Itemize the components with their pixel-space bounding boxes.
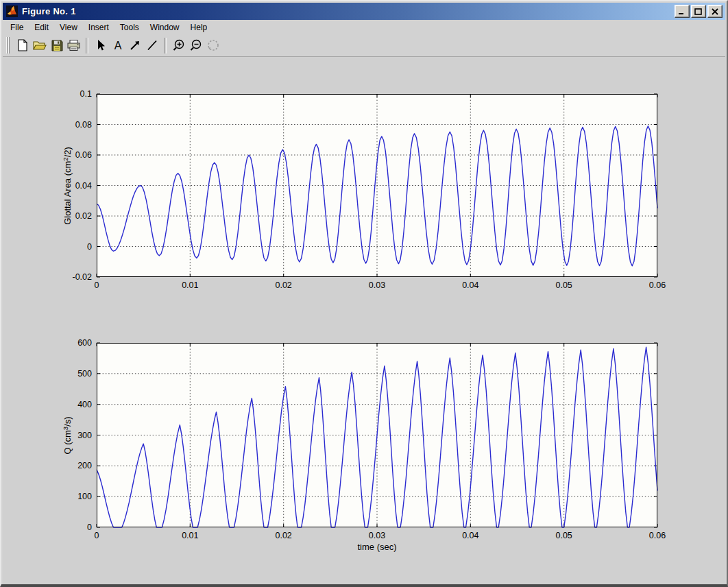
menu-edit[interactable]: Edit xyxy=(29,21,54,34)
x-tick-label: 0.03 xyxy=(369,531,385,540)
open-file-button[interactable] xyxy=(31,37,48,54)
toolbar-gripper[interactable] xyxy=(6,37,10,53)
text-annotation-icon: A xyxy=(112,38,124,52)
svg-text:A: A xyxy=(114,40,121,51)
pointer-icon xyxy=(95,38,107,52)
x-tick-label: 0.02 xyxy=(275,531,291,540)
toolbar: A xyxy=(3,34,725,57)
y-tick-label: 100 xyxy=(77,492,92,501)
y-tick-label: -0.02 xyxy=(73,272,93,282)
pointer-button[interactable] xyxy=(92,37,109,54)
x-tick-label: 0.01 xyxy=(182,531,198,540)
save-figure-icon xyxy=(50,38,64,52)
x-tick-label: 0.03 xyxy=(369,280,385,290)
menu-help[interactable]: Help xyxy=(185,21,213,34)
close-button[interactable] xyxy=(707,5,723,18)
y-tick-label: 500 xyxy=(77,369,92,379)
y-tick-label: 300 xyxy=(77,431,92,440)
x-tick-label: 0.06 xyxy=(649,531,666,540)
data-curve xyxy=(97,347,657,527)
zoom-out-button[interactable] xyxy=(187,37,204,54)
y-tick-label: 0.08 xyxy=(75,120,92,130)
x-tick-label: 0.04 xyxy=(462,280,478,290)
x-tick-label: 0.01 xyxy=(182,280,198,290)
y-tick-label: 600 xyxy=(77,338,92,348)
maximize-button[interactable] xyxy=(691,5,706,18)
line-annotation-icon xyxy=(145,38,159,52)
y-tick-label: 0.06 xyxy=(75,150,92,160)
x-tick-label: 0 xyxy=(95,531,99,540)
glottal-area-plot: Glottal Area (cm2/2) -0.0200.020.040.060… xyxy=(97,94,657,277)
matlab-logo-icon xyxy=(6,5,18,17)
x-tick-label: 0.06 xyxy=(649,280,666,290)
plot-surface xyxy=(97,94,657,277)
arrow-annotation-button[interactable] xyxy=(126,37,143,54)
zoom-in-icon xyxy=(172,38,186,52)
toolbar-separator xyxy=(164,38,167,53)
menu-view[interactable]: View xyxy=(54,21,83,34)
grid-lines xyxy=(97,94,657,277)
time-xlabel: time (sec) xyxy=(357,542,396,552)
zoom-out-icon xyxy=(189,38,203,52)
window-title: Figure No. 1 xyxy=(22,6,675,16)
menu-insert[interactable]: Insert xyxy=(83,21,114,34)
x-tick-label: 0.05 xyxy=(555,280,572,290)
menu-tools[interactable]: Tools xyxy=(114,21,145,34)
window-controls xyxy=(675,5,723,18)
new-figure-icon xyxy=(16,38,29,52)
menu-bar: File Edit View Insert Tools Window Help xyxy=(3,20,725,34)
y-tick-label: 400 xyxy=(77,400,92,409)
glottal-area-ylabel: Glottal Area (cm2/2) xyxy=(62,147,73,225)
minimize-button[interactable] xyxy=(675,5,690,18)
toolbar-separator xyxy=(86,38,88,53)
menu-file[interactable]: File xyxy=(5,21,29,34)
open-file-icon xyxy=(32,38,47,52)
minimize-icon xyxy=(678,8,686,15)
y-tick-label: 0.1 xyxy=(80,89,92,99)
print-figure-button[interactable] xyxy=(65,37,82,54)
title-bar[interactable]: Figure No. 1 xyxy=(3,3,725,20)
plot-surface xyxy=(97,343,657,527)
figure-window: Figure No. 1 File Edit View Insert Tools… xyxy=(0,0,728,587)
x-tick-label: 0.04 xyxy=(462,531,478,540)
text-annotation-button[interactable]: A xyxy=(109,37,126,54)
menu-window[interactable]: Window xyxy=(145,21,185,34)
line-annotation-button[interactable] xyxy=(143,37,160,54)
close-icon xyxy=(711,8,719,15)
x-tick-label: 0.05 xyxy=(555,531,572,540)
y-tick-label: 0.04 xyxy=(75,181,92,191)
print-figure-icon xyxy=(66,38,81,52)
maximize-icon xyxy=(694,8,703,15)
y-tick-label: 200 xyxy=(77,461,92,470)
y-tick-label: 0 xyxy=(87,242,92,252)
save-figure-button[interactable] xyxy=(48,37,65,54)
new-figure-button[interactable] xyxy=(14,37,31,54)
x-tick-label: 0.02 xyxy=(275,280,291,290)
flow-plot: Q (cm3/s) time (sec) 0100200300400500600… xyxy=(97,343,657,527)
arrow-annotation-icon xyxy=(128,38,142,52)
y-tick-label: 0.02 xyxy=(75,211,92,221)
x-tick-label: 0 xyxy=(95,280,99,290)
y-tick-label: 0 xyxy=(87,523,92,532)
figure-canvas: Glottal Area (cm2/2) -0.0200.020.040.060… xyxy=(3,57,725,584)
flow-ylabel: Q (cm3/s) xyxy=(62,416,73,454)
rotate-3d-button[interactable] xyxy=(204,37,221,54)
zoom-in-button[interactable] xyxy=(170,37,187,54)
rotate-3d-icon xyxy=(206,38,220,52)
